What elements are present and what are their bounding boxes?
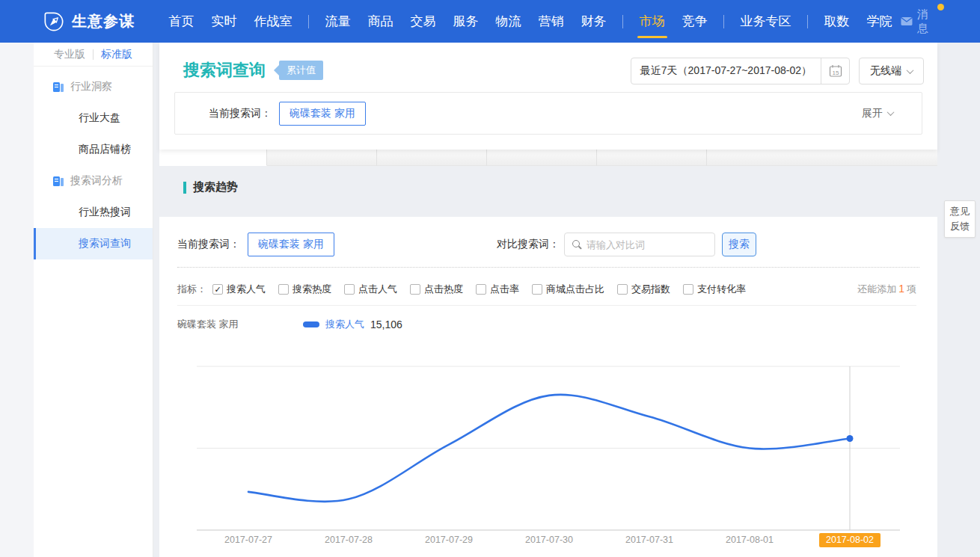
sidebar-menu: 行业洞察行业大盘商品店铺榜搜索词分析行业热搜词搜索词查询	[34, 67, 153, 259]
metric-checkbox-支付转化率[interactable]: 支付转化率	[683, 283, 746, 296]
ledger-icon	[52, 176, 64, 187]
tab-blank[interactable]	[597, 150, 707, 166]
top-navbar: 生意参谋 首页实时作战室流量商品交易服务物流营销财务市场竞争业务专区取数学院 消…	[0, 0, 980, 43]
legend-line-marker	[303, 321, 319, 327]
version-tab-standard[interactable]: 标准版	[94, 48, 140, 61]
chevron-down-icon	[907, 67, 914, 74]
hidden-tab-strip	[159, 150, 937, 166]
checkbox-icon[interactable]	[683, 284, 693, 295]
nav-divider	[723, 15, 724, 28]
nav-message[interactable]: 消息	[901, 7, 938, 36]
search-icon	[572, 239, 582, 250]
svg-text:15: 15	[832, 70, 839, 76]
nav-item-物流[interactable]: 物流	[496, 0, 521, 43]
legend-term: 碗碟套装 家用	[177, 318, 303, 331]
terminal-selector[interactable]: 无线端	[859, 58, 924, 84]
compare-term-input[interactable]	[587, 239, 718, 250]
search-button[interactable]: 搜索	[722, 233, 756, 256]
current-term-chip[interactable]: 碗碟套装 家用	[248, 233, 334, 256]
feedback-button[interactable]: 意见 反馈	[944, 200, 976, 238]
quota-suffix: 项	[907, 283, 916, 295]
tab-blank[interactable]	[267, 150, 377, 166]
metric-label: 点击率	[490, 283, 519, 296]
checkbox-icon[interactable]: ✓	[212, 284, 223, 295]
nav-item-服务[interactable]: 服务	[453, 0, 479, 43]
metric-checkbox-点击率[interactable]: 点击率	[476, 283, 519, 296]
sidebar-section-搜索词分析: 搜索词分析	[34, 165, 153, 197]
marked-data-point[interactable]	[847, 435, 854, 442]
calendar-segment[interactable]: 15	[821, 58, 849, 84]
sidebar-item-商品店铺榜[interactable]: 商品店铺榜	[34, 134, 153, 165]
version-tab-pro[interactable]: 专业版	[46, 48, 93, 61]
nav-item-交易[interactable]: 交易	[411, 0, 436, 43]
metric-label: 交易指数	[631, 283, 670, 296]
checkbox-icon[interactable]	[476, 284, 486, 295]
nav-item-业务专区[interactable]: 业务专区	[741, 0, 791, 43]
x-axis-label-highlighted: 2017-08-02	[826, 535, 874, 545]
sidebar-section-label: 搜索词分析	[70, 174, 123, 188]
feedback-line2: 反馈	[950, 219, 970, 234]
metric-label: 点击人气	[358, 283, 397, 296]
expand-label: 展开	[862, 107, 883, 120]
legend-metric-name[interactable]: 搜索人气	[325, 318, 364, 331]
sidebar-item-搜索词查询[interactable]: 搜索词查询	[34, 228, 153, 259]
left-gutter	[0, 43, 34, 557]
metric-label: 搜索人气	[227, 283, 266, 296]
calendar-icon: 15	[829, 64, 842, 78]
tab-blank[interactable]	[377, 150, 487, 166]
metric-checkbox-点击热度[interactable]: 点击热度	[410, 283, 463, 296]
x-axis-label: 2017-08-01	[726, 535, 774, 545]
trend-chart-svg: 2017-07-272017-07-282017-07-292017-07-30…	[197, 366, 900, 550]
nav-item-取数[interactable]: 取数	[824, 0, 850, 43]
metric-checkbox-点击人气[interactable]: 点击人气	[344, 283, 397, 296]
date-range-text: 最近7天（2017-07-27~2017-08-02）	[631, 64, 821, 78]
nav-item-学院[interactable]: 学院	[867, 0, 892, 43]
nav-item-作战室[interactable]: 作战室	[254, 0, 293, 43]
legend-metric-value: 15,106	[370, 318, 402, 330]
nav-item-营销[interactable]: 营销	[539, 0, 564, 43]
metric-checkbox-商城点击占比[interactable]: 商城点击占比	[532, 283, 604, 296]
message-unread-dot	[937, 4, 944, 10]
nav-divider	[622, 15, 623, 28]
x-axis-label: 2017-07-31	[625, 535, 673, 545]
nav-item-财务[interactable]: 财务	[581, 0, 607, 43]
checkbox-icon[interactable]	[617, 284, 628, 295]
tab-blank[interactable]	[487, 150, 597, 166]
metric-checkbox-交易指数[interactable]: 交易指数	[617, 283, 670, 296]
metrics-row: 指标： ✓搜索人气搜索热度点击人气点击热度点击率商城点击占比交易指数支付转化率 …	[177, 277, 916, 301]
current-term-chip[interactable]: 碗碟套装 家用	[279, 102, 366, 126]
checkbox-icon[interactable]	[410, 284, 420, 295]
nav-item-实时[interactable]: 实时	[212, 0, 237, 43]
brand[interactable]: 生意参谋	[43, 11, 135, 32]
x-axis-label: 2017-07-28	[325, 535, 373, 545]
checkbox-icon[interactable]	[344, 284, 355, 295]
tab-active-blank[interactable]	[159, 150, 267, 166]
sidebar-item-行业大盘[interactable]: 行业大盘	[34, 102, 153, 134]
sidebar-item-行业热搜词[interactable]: 行业热搜词	[34, 197, 153, 228]
compare-term-label: 对比搜索词：	[497, 238, 560, 251]
metrics-list: ✓搜索人气搜索热度点击人气点击热度点击率商城点击占比交易指数支付转化率	[212, 283, 759, 296]
checkbox-icon[interactable]	[532, 284, 542, 295]
query-row: 当前搜索词： 碗碟套装 家用 对比搜索词： 搜索	[177, 232, 919, 257]
checkbox-icon[interactable]	[278, 284, 289, 295]
nav-item-首页[interactable]: 首页	[169, 0, 195, 43]
page-title: 搜索词查询	[183, 59, 266, 81]
current-term-label: 当前搜索词：	[209, 107, 272, 120]
trend-line-chart[interactable]: 2017-07-272017-07-282017-07-292017-07-30…	[197, 366, 900, 550]
trend-section-title: 搜索趋势	[183, 180, 238, 194]
metrics-quota: 还能添加1项	[857, 283, 916, 296]
nav-item-流量[interactable]: 流量	[325, 0, 351, 43]
chevron-down-icon	[887, 108, 895, 116]
nav-item-市场[interactable]: 市场	[640, 0, 665, 43]
message-envelope-icon	[901, 16, 913, 26]
date-controls: 最近7天（2017-07-27~2017-08-02） 15 无线端	[631, 58, 924, 84]
metric-checkbox-搜索热度[interactable]: 搜索热度	[278, 283, 331, 296]
date-range-picker[interactable]: 最近7天（2017-07-27~2017-08-02） 15	[631, 58, 850, 84]
metric-checkbox-搜索人气[interactable]: ✓搜索人气	[212, 283, 266, 296]
nav-item-竞争[interactable]: 竞争	[682, 0, 708, 43]
expand-toggle[interactable]: 展开	[862, 107, 893, 120]
dotted-divider	[177, 267, 919, 268]
metric-label: 商城点击占比	[546, 283, 604, 296]
chart-legend: 碗碟套装 家用 搜索人气 15,106	[177, 316, 402, 333]
nav-item-商品[interactable]: 商品	[368, 0, 393, 43]
